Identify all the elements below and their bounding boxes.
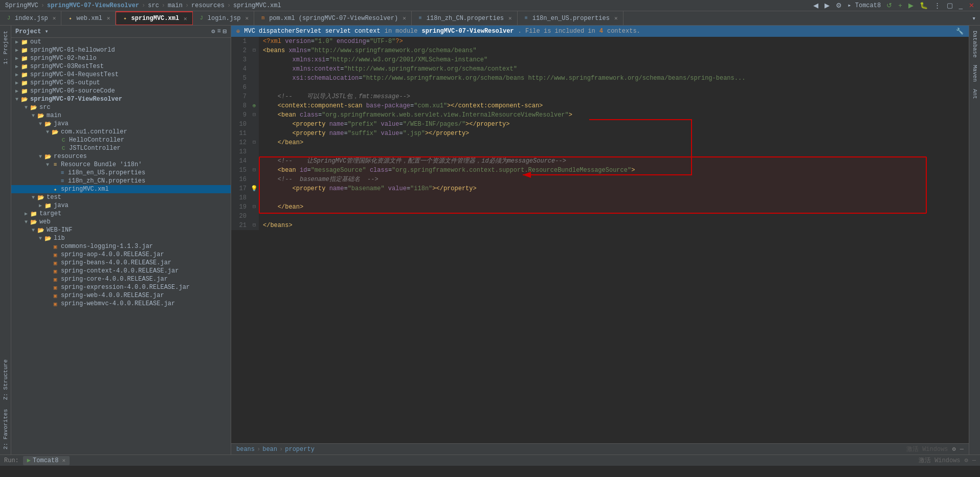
code-line-15[interactable]: 15 ⊟ <bean id="messageSource" class="org… <box>231 166 969 175</box>
path-main[interactable]: main <box>168 2 183 9</box>
tab-close-pom[interactable]: ✕ <box>403 15 406 21</box>
tree-spring-expression[interactable]: ▶ ▣ spring-expression-4.0.0.RELEASE.jar <box>11 283 231 291</box>
tree-springmvc05[interactable]: ▶ 📁 springMVC-05-output <box>11 79 231 87</box>
tab-web-xml[interactable]: ✦ web.xml ✕ <box>61 11 116 25</box>
tree-spring-context[interactable]: ▶ ▣ spring-context-4.0.0.RELEASE.jar <box>11 267 231 275</box>
code-line-21[interactable]: 21 ⊟ </beans> <box>231 221 969 230</box>
code-line-11[interactable]: 11 <property name="suffix" value=".jsp">… <box>231 129 969 138</box>
refresh-button[interactable]: ↺ <box>885 1 894 10</box>
rvtab-database[interactable]: Database <box>971 28 979 61</box>
tab-springmvc-xml[interactable]: ✦ springMVC.xml ✕ <box>116 11 192 25</box>
tree-commons-logging[interactable]: ▶ ▣ commons-logging-1.1.3.jar <box>11 242 231 251</box>
close-window-button[interactable]: ✕ <box>967 1 976 10</box>
code-line-9[interactable]: 9 ⊟ <bean class="org.springframework.web… <box>231 110 969 120</box>
tree-springmvc07[interactable]: ▼ 📂 springMVC-07-ViewResolver <box>11 95 231 103</box>
rvtab-maven[interactable]: Maven <box>971 62 979 85</box>
tree-webinf[interactable]: ▼ 📂 WEB-INF <box>11 226 231 234</box>
more-run-button[interactable]: ⋮ <box>932 1 942 10</box>
code-line-13[interactable]: 13 <box>231 147 969 156</box>
windows-minimize-icon[interactable]: — <box>972 457 976 464</box>
breadcrumb-property[interactable]: property <box>285 446 315 453</box>
code-line-2[interactable]: 2 ⊟ <beans xmlns="http://www.springframe… <box>231 46 969 55</box>
path-springmvc[interactable]: SpringMVC <box>5 2 38 9</box>
tree-spring-webmvc[interactable]: ▶ ▣ spring-webmvc-4.0.0.RELEASE.jar <box>11 300 231 308</box>
tree-springmvc02[interactable]: ▶ 📁 springMVC-02-hello <box>11 54 231 62</box>
add-config-button[interactable]: + <box>897 1 904 10</box>
sidebar-icon-collapse[interactable]: ⊟ <box>223 28 227 35</box>
tab-close-login[interactable]: ✕ <box>246 15 249 21</box>
tree-test[interactable]: ▼ 📂 test <box>11 193 231 201</box>
tree-springmvc06[interactable]: ▶ 📁 springMVC-06-sourceCode <box>11 87 231 95</box>
activate-windows-text[interactable]: 激活 Windows <box>906 445 948 453</box>
code-line-17[interactable]: 17 💡 <property name="basename" value="i1… <box>231 184 969 193</box>
breadcrumb-bean[interactable]: bean <box>262 446 277 453</box>
code-line-19[interactable]: 19 ⊟ </bean> <box>231 202 969 212</box>
tree-spring-web[interactable]: ▶ ▣ spring-web-4.0.0.RELEASE.jar <box>11 291 231 300</box>
tab-pom-xml[interactable]: m pom.xml (springMVC-07-ViewResolver) ✕ <box>254 11 412 25</box>
code-line-5[interactable]: 5 xsi:schemaLocation="http://www.springf… <box>231 74 969 83</box>
tab-close-index[interactable]: ✕ <box>53 15 56 21</box>
tab-close-web[interactable]: ✕ <box>107 15 110 21</box>
code-line-7[interactable]: 7 <!-- 可以导入JSTL包，fmt:message--> <box>231 92 969 101</box>
code-line-20[interactable]: 20 <box>231 212 969 221</box>
tree-spring-aop[interactable]: ▶ ▣ spring-aop-4.0.0.RELEASE.jar <box>11 251 231 259</box>
settings-icon-bottom[interactable]: ⚙ <box>952 445 956 453</box>
activate-windows-status[interactable]: 激活 Windows <box>919 456 961 465</box>
tab-i18n-en[interactable]: ≡ i18n_en_US.properties ✕ <box>518 11 623 25</box>
code-line-6[interactable]: 6 <box>231 83 969 92</box>
code-line-14[interactable]: 14 <!-- 让SpringMVC管理国际化资源文件，配置一个资源文件管理器，… <box>231 156 969 166</box>
tree-lib[interactable]: ▼ 📂 lib <box>11 234 231 242</box>
vtab-project[interactable]: 1: Project <box>2 28 10 67</box>
tree-main[interactable]: ▼ 📂 main <box>11 111 231 120</box>
tab-login-jsp[interactable]: J login.jsp ✕ <box>193 11 254 25</box>
tree-out[interactable]: ▶ 📁 out <box>11 38 231 46</box>
run-tomcat8-tab[interactable]: ▶ Tomcat8 ✕ <box>23 456 70 465</box>
code-line-18[interactable]: 18 <box>231 193 969 202</box>
sidebar-icon-cog[interactable]: ≡ <box>217 28 221 35</box>
code-line-10[interactable]: 10 <property name="prefix" value="/WEB-I… <box>231 120 969 129</box>
tree-resources[interactable]: ▼ 📂 resources <box>11 152 231 161</box>
tree-jstl-controller[interactable]: ▶ C JSTLController <box>11 144 231 152</box>
tree-springmvc01[interactable]: ▶ 📁 springMVC-01-helloworld <box>11 46 231 54</box>
run-button[interactable]: ▶ <box>907 1 915 10</box>
tabs-more-button[interactable]: ▾ <box>968 11 980 25</box>
code-area[interactable]: 1 <?xml version="1.0" encoding="UTF-8"?>… <box>231 37 969 443</box>
code-line-1[interactable]: 1 <?xml version="1.0" encoding="UTF-8"?> <box>231 37 969 46</box>
forward-button[interactable]: ▶ <box>823 1 831 10</box>
maximize-button[interactable]: ▢ <box>945 1 954 10</box>
breadcrumb-beans[interactable]: beans <box>236 446 255 453</box>
tree-src[interactable]: ▼ 📂 src <box>11 103 231 111</box>
tree-springmvc04[interactable]: ▶ 📁 springMVC-04-RequestTest <box>11 71 231 79</box>
tab-i18n-zh[interactable]: ≡ i18n_zh_CN.properties ✕ <box>412 11 518 25</box>
back-button[interactable]: ◀ <box>812 1 820 10</box>
tree-spring-core[interactable]: ▶ ▣ spring-core-4.0.0.RELEASE.jar <box>11 275 231 283</box>
tree-controller-pkg[interactable]: ▼ 📂 com.xu1.controller <box>11 128 231 136</box>
tree-web[interactable]: ▼ 📂 web <box>11 218 231 226</box>
code-line-4[interactable]: 4 xmlns:context="http://www.springframew… <box>231 64 969 74</box>
tab-close-springmvc[interactable]: ✕ <box>184 15 187 22</box>
sidebar-icon-gear[interactable]: ⚙ <box>211 28 215 35</box>
tab-close-i18n-zh[interactable]: ✕ <box>508 15 512 21</box>
debug-button[interactable]: 🐛 <box>918 1 929 10</box>
path-viewresolver[interactable]: springMVC-07-ViewResolver <box>47 2 139 9</box>
settings-button[interactable]: ⚙ <box>834 1 843 10</box>
path-src[interactable]: src <box>148 2 159 9</box>
rvtab-ant[interactable]: Ant <box>971 86 979 102</box>
tree-i18n-zh[interactable]: ▶ ≡ i18n_zh_CN.properties <box>11 177 231 185</box>
tab-index-jsp[interactable]: J index.jsp ✕ <box>0 11 61 25</box>
tree-resource-bundle[interactable]: ▼ ≡ Resource Bundle 'i18n' <box>11 161 231 169</box>
tree-java[interactable]: ▼ 📂 java <box>11 120 231 128</box>
vtab-structure[interactable]: Z: Structure <box>2 356 10 403</box>
tree-hello-controller[interactable]: ▶ C HelloController <box>11 136 231 144</box>
run-tomcat-close[interactable]: ✕ <box>62 457 65 464</box>
code-line-3[interactable]: 3 xmlns:xsi="http://www.w3.org/2001/XMLS… <box>231 55 969 64</box>
tree-springmvc03[interactable]: ▶ 📁 springMVC-03RestTest <box>11 62 231 71</box>
minimize-button[interactable]: _ <box>957 1 964 10</box>
code-line-12[interactable]: 12 ⊟ </bean> <box>231 138 969 147</box>
tree-spring-beans[interactable]: ▶ ▣ spring-beans-4.0.0.RELEASE.jar <box>11 259 231 267</box>
windows-settings-icon[interactable]: ⚙ <box>965 457 968 464</box>
code-line-8[interactable]: 8 ⊕ <context:component-scan base-package… <box>231 101 969 110</box>
tree-i18n-en[interactable]: ▶ ≡ i18n_en_US.properties <box>11 169 231 177</box>
tree-springmvc-xml[interactable]: ▶ ✦ springMVC.xml <box>11 185 231 193</box>
tree-target[interactable]: ▶ 📁 target <box>11 210 231 218</box>
